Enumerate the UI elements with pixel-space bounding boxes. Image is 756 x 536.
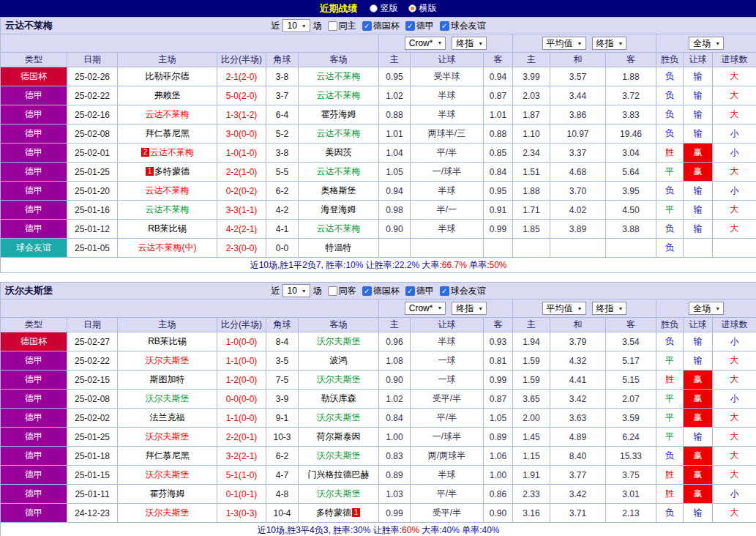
result-cell: 负 [656,220,684,239]
team-name-link[interactable]: 沃尔夫斯堡 [146,431,190,442]
score-cell[interactable]: 0-2(0-2) [217,182,266,201]
team-name-link[interactable]: 云达不莱梅 [317,223,361,234]
filter-checkbox[interactable]: 同主 [328,20,356,32]
team-name-link[interactable]: 云达不莱梅 [317,90,361,100]
team-name-link[interactable]: 特温特 [326,242,352,253]
checkbox-icon[interactable]: ✓ [405,21,415,31]
score-cell[interactable]: 3-0(0-0) [217,124,266,144]
filter-checkbox[interactable]: ✓球会友谊 [440,20,486,32]
team-name-link[interactable]: 勒沃库森 [321,393,356,403]
euro-time-select[interactable]: 终指▼ [592,37,627,50]
score-cell[interactable]: 1-1(0-0) [217,409,266,428]
team-name-link[interactable]: 门兴格拉德巴赫 [308,469,370,480]
filter-checkbox[interactable]: ✓德国杯 [362,20,400,32]
score-cell[interactable]: 2-2(0-1) [217,428,266,447]
scope-select[interactable]: 全场▼ [689,302,724,315]
match-count-select[interactable]: 10▼ [282,284,310,297]
chevron-down-icon: ▼ [715,41,720,46]
scope-select[interactable]: 全场▼ [689,37,724,50]
score-cell[interactable]: 1-0(0-0) [217,332,266,351]
layout-radio-vertical[interactable]: 竖版 [370,2,398,15]
asian-company-select[interactable]: Crow*▼ [405,302,446,315]
team-name-link[interactable]: 多特蒙德 [316,507,351,518]
team-name-link[interactable]: 沃尔夫斯堡 [146,355,190,365]
score-cell[interactable]: 1-2(0-0) [217,371,266,390]
filter-checkbox[interactable]: 同客 [328,285,356,297]
euro-time-select[interactable]: 终指▼ [592,302,627,315]
euro-draw-odds-cell: 8.40 [550,447,606,466]
team-name-link[interactable]: 沃尔夫斯堡 [146,469,190,480]
team-name-link[interactable]: 霍芬海姆 [321,109,356,119]
score-cell[interactable]: 4-2(2-1) [217,220,266,239]
euro-away-odds-cell: 3.59 [606,409,656,428]
home-team-cell: 拜仁慕尼黑 [118,124,217,144]
team-name-link[interactable]: 云达不莱梅 [146,204,190,215]
team-name-link[interactable]: 沃尔夫斯堡 [317,412,361,423]
team-name-link[interactable]: 云达不莱梅(中) [138,242,197,253]
score-cell[interactable]: 2-1(2-0) [217,67,266,86]
checkbox-icon[interactable]: ✓ [362,21,372,31]
team-name-link[interactable]: 云达不莱梅 [317,71,361,81]
team-name-link[interactable]: 沃尔夫斯堡 [146,507,190,518]
team-name-link[interactable]: 法兰克福 [150,412,185,423]
team-name-link[interactable]: 波鸿 [330,355,348,365]
euro-company-select[interactable]: 平均值▼ [542,37,586,50]
team-name-link[interactable]: 美因茨 [326,147,352,157]
team-name-link[interactable]: 云达不莱梅 [317,128,361,138]
score-cell[interactable]: 0-1(0-1) [217,485,266,504]
filter-checkbox[interactable]: ✓德甲 [405,20,434,32]
euro-company-select[interactable]: 平均值▼ [542,302,586,315]
checkbox-icon[interactable]: ✓ [405,286,415,296]
team-name-link[interactable]: 沃尔夫斯堡 [317,488,361,499]
score-cell[interactable]: 2-2(1-0) [217,163,266,182]
checkbox-icon[interactable]: ✓ [362,286,372,296]
radio-icon[interactable] [408,4,416,12]
team-name-link[interactable]: 拜仁慕尼黑 [146,450,190,461]
team-name-link[interactable]: 荷尔斯泰因 [317,431,361,442]
team-name-link[interactable]: RB莱比锡 [148,223,187,234]
select-value: Crow* [409,303,433,313]
team-name-link[interactable]: 奥格斯堡 [321,185,356,196]
date-cell: 25-02-16 [67,105,118,124]
score-cell[interactable]: 1-0(1-0) [217,144,266,163]
radio-icon[interactable] [370,4,378,12]
team-name-link[interactable]: 云达不莱梅 [317,166,361,176]
team-name-link[interactable]: 比勒菲尔德 [146,71,190,81]
team-name-link[interactable]: 沃尔夫斯堡 [317,450,361,461]
team-name-link[interactable]: 沃尔夫斯堡 [146,393,190,403]
score-cell[interactable]: 5-1(1-0) [217,466,266,485]
team-name-link[interactable]: 沃尔夫斯堡 [317,374,361,384]
team-name-link[interactable]: 云达不莱梅 [146,109,190,119]
asian-time-select[interactable]: 终指▼ [452,302,487,315]
team-name-link[interactable]: RB莱比锡 [148,336,187,346]
score-cell[interactable]: 3-3(1-1) [217,201,266,220]
checkbox-icon[interactable] [328,21,337,31]
match-count-select[interactable]: 10▼ [282,19,310,32]
team-name-link[interactable]: 斯图加特 [150,374,185,384]
score-cell[interactable]: 1-1(0-0) [217,351,266,371]
team-name-link[interactable]: 云达不莱梅 [150,147,194,157]
layout-radio-horizontal[interactable]: 横版 [408,2,437,15]
filter-checkbox[interactable]: ✓德甲 [405,285,434,297]
asian-company-select[interactable]: Crow*▼ [405,37,446,50]
checkbox-icon[interactable]: ✓ [440,21,449,31]
team-name-link[interactable]: 霍芬海姆 [150,488,185,499]
team-name-link[interactable]: 弗赖堡 [154,90,181,100]
filter-checkbox[interactable]: ✓德国杯 [362,285,400,297]
team-name-link[interactable]: 拜仁慕尼黑 [146,128,190,138]
team-name-link[interactable]: 沃尔夫斯堡 [317,336,361,346]
asian-time-select[interactable]: 终指▼ [452,37,487,50]
score-cell[interactable]: 1-3(0-3) [217,504,266,523]
team-name-link[interactable]: 云达不莱梅 [146,185,190,196]
filter-checkbox[interactable]: ✓球会友谊 [440,285,486,297]
score-cell[interactable]: 3-2(2-1) [217,447,266,466]
checkbox-icon[interactable] [328,286,337,296]
score-cell[interactable]: 2-3(0-0) [217,239,266,258]
checkbox-icon[interactable]: ✓ [440,286,449,296]
team-name-link[interactable]: 海登海姆 [321,204,356,215]
score-cell[interactable]: 1-3(1-2) [217,105,266,124]
score-cell[interactable]: 0-0(0-0) [217,390,266,409]
score-cell[interactable]: 5-0(2-0) [217,86,266,105]
home-team-cell: 云达不莱梅 [118,201,217,220]
team-name-link[interactable]: 多特蒙德 [154,166,190,176]
